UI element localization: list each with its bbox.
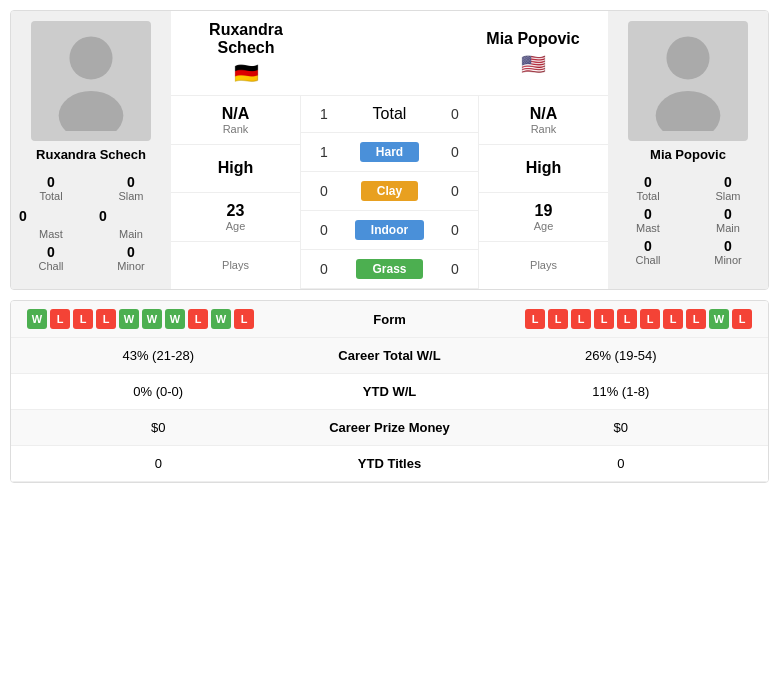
- form-badge: W: [709, 309, 729, 329]
- total-row: 1 Total 0: [301, 96, 478, 133]
- ytd-titles-label: YTD Titles: [290, 456, 490, 471]
- form-badge: W: [142, 309, 162, 329]
- grass-badge: Grass: [356, 259, 422, 279]
- player2-name: Mia Popovic: [650, 147, 726, 162]
- center-rows: 1 Total 0 1 Hard 0 0 Clay: [301, 96, 478, 289]
- form-badge: L: [571, 309, 591, 329]
- player1-flag: 🇩🇪: [234, 61, 259, 85]
- hard-badge: Hard: [360, 142, 419, 162]
- player1-total: 0: [19, 174, 83, 190]
- player1-info-col: N/A Rank High 23 Age Plays: [171, 96, 301, 289]
- player2-plays-block: Plays: [479, 242, 608, 290]
- player2-total: 0: [616, 174, 680, 190]
- career-wl-p2: 26% (19-54): [490, 348, 753, 363]
- player2-main: 0: [696, 206, 760, 222]
- player1-age-block: 23 Age: [171, 193, 300, 242]
- total-label: Total: [339, 105, 440, 123]
- player1-main: 0: [99, 208, 107, 224]
- center-area: Ruxandra Schech 🇩🇪 Mia Popovic 🇺🇸 N/A Ra…: [171, 11, 608, 289]
- form-badge: L: [594, 309, 614, 329]
- svg-point-1: [59, 91, 124, 131]
- hard-row: 1 Hard 0: [301, 133, 478, 172]
- ytd-wl-p1: 0% (0-0): [27, 384, 290, 399]
- ytd-titles-p1: 0: [27, 456, 290, 471]
- form-badge: W: [211, 309, 231, 329]
- form-badge: W: [165, 309, 185, 329]
- player1-high-block: High: [171, 145, 300, 194]
- player2-card: Mia Popovic 0 Total 0 Slam 0 Mast 0 Main: [608, 11, 768, 289]
- player2-slam: 0: [696, 174, 760, 190]
- form-label: Form: [330, 312, 450, 327]
- form-badge: L: [686, 309, 706, 329]
- player1-slam: 0: [99, 174, 163, 190]
- bottom-section: WLLLWWWLWL Form LLLLLLLLWL 43% (21-28) C…: [10, 300, 769, 483]
- player1-stats: 0 Total 0 Slam 0 0 Mast Main: [19, 174, 163, 272]
- career-wl-p1: 43% (21-28): [27, 348, 290, 363]
- ytd-wl-row: 0% (0-0) YTD W/L 11% (1-8): [11, 374, 768, 410]
- form-badge: L: [96, 309, 116, 329]
- player1-avatar: [31, 21, 151, 141]
- career-wl-row: 43% (21-28) Career Total W/L 26% (19-54): [11, 338, 768, 374]
- ytd-titles-p2: 0: [490, 456, 753, 471]
- player2-flag: 🇺🇸: [521, 52, 546, 76]
- player2-chall: 0: [616, 238, 680, 254]
- svg-point-0: [69, 36, 112, 79]
- indoor-badge: Indoor: [355, 220, 424, 240]
- form-badge: L: [188, 309, 208, 329]
- player2-avatar: [628, 21, 748, 141]
- player2-age-block: 19 Age: [479, 193, 608, 242]
- player1-card: Ruxandra Schech 0 Total 0 Slam 0 0 Mast: [11, 11, 171, 289]
- clay-row: 0 Clay 0: [301, 172, 478, 211]
- player1-header: Ruxandra Schech 🇩🇪: [181, 21, 311, 85]
- career-prize-label: Career Prize Money: [290, 420, 490, 435]
- form-badge: L: [732, 309, 752, 329]
- player2-mast: 0: [616, 206, 680, 222]
- form-badge: L: [617, 309, 637, 329]
- form-badge: L: [234, 309, 254, 329]
- form-badge: L: [525, 309, 545, 329]
- form-row: WLLLWWWLWL Form LLLLLLLLWL: [11, 301, 768, 338]
- player1-name: Ruxandra Schech: [36, 147, 146, 162]
- form-badge: L: [640, 309, 660, 329]
- form-badge: L: [50, 309, 70, 329]
- svg-point-3: [656, 91, 721, 131]
- player2-stats: 0 Total 0 Slam 0 Mast 0 Main 0 Chall: [616, 174, 760, 266]
- career-prize-p2: $0: [490, 420, 753, 435]
- player1-chall: 0: [19, 244, 83, 260]
- svg-point-2: [666, 36, 709, 79]
- player2-info-col: N/A Rank High 19 Age Plays: [478, 96, 608, 289]
- ytd-wl-p2: 11% (1-8): [490, 384, 753, 399]
- career-prize-row: $0 Career Prize Money $0: [11, 410, 768, 446]
- grass-row: 0 Grass 0: [301, 250, 478, 289]
- player1-form: WLLLWWWLWL: [27, 309, 330, 329]
- ytd-wl-label: YTD W/L: [290, 384, 490, 399]
- form-badge: L: [548, 309, 568, 329]
- player1-minor: 0: [99, 244, 163, 260]
- player1-plays-block: Plays: [171, 242, 300, 290]
- stat-body: N/A Rank High 23 Age Plays: [171, 96, 608, 289]
- player2-high-block: High: [479, 145, 608, 194]
- player2-minor: 0: [696, 238, 760, 254]
- player2-rank-block: N/A Rank: [479, 96, 608, 145]
- player1-rank-block: N/A Rank: [171, 96, 300, 145]
- career-wl-label: Career Total W/L: [290, 348, 490, 363]
- clay-badge: Clay: [361, 181, 418, 201]
- player2-header: Mia Popovic 🇺🇸: [468, 30, 598, 76]
- ytd-titles-row: 0 YTD Titles 0: [11, 446, 768, 482]
- form-badge: L: [663, 309, 683, 329]
- form-badge: W: [27, 309, 47, 329]
- player2-form: LLLLLLLLWL: [450, 309, 753, 329]
- form-badge: L: [73, 309, 93, 329]
- indoor-row: 0 Indoor 0: [301, 211, 478, 250]
- form-badge: W: [119, 309, 139, 329]
- career-prize-p1: $0: [27, 420, 290, 435]
- player1-mast: 0: [19, 208, 27, 224]
- players-header: Ruxandra Schech 🇩🇪 Mia Popovic 🇺🇸: [171, 11, 608, 96]
